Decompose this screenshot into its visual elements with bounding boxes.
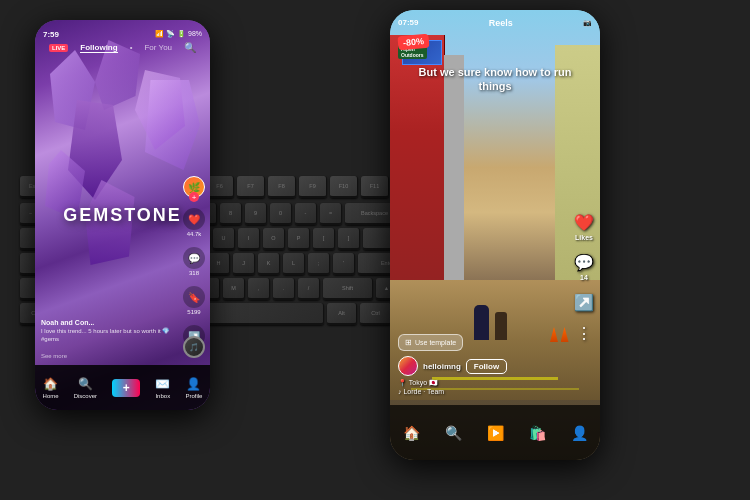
- tiktok-home-icon: 🏠: [43, 377, 58, 391]
- tiktok-comment-count: 318: [189, 270, 199, 276]
- reels-comment-group[interactable]: 💬 14: [574, 253, 594, 281]
- instagram-screen: AD AlpenOutdoors -80% 07:59 Reels 📷 But …: [390, 10, 600, 460]
- tiktok-comment-icon[interactable]: 💬: [183, 247, 205, 269]
- reels-user-avatar[interactable]: [398, 356, 418, 376]
- 9-key[interactable]: 9: [245, 203, 267, 225]
- tiktok-sidebar: 🌿 + ❤️ 44.7k 💬 318 🔖 5199 ↗️: [183, 176, 205, 354]
- tiktok-phone: 7:59 📶 📡 🔋 98% LIVE Following • For You …: [35, 20, 210, 410]
- tiktok-nav-discover[interactable]: 🔍 Discover: [74, 377, 97, 399]
- reels-share-icon: ↗️: [574, 293, 594, 312]
- instagram-nav-profile[interactable]: 👤: [571, 425, 588, 441]
- rbracket-key[interactable]: ]: [338, 228, 360, 250]
- reels-share-group[interactable]: ↗️: [574, 293, 594, 312]
- lbracket-key[interactable]: [: [313, 228, 335, 250]
- l-key[interactable]: L: [283, 253, 305, 275]
- 8-key[interactable]: 8: [220, 203, 242, 225]
- instagram-status: 📷: [583, 19, 592, 27]
- reels-more-group[interactable]: ⋮: [576, 324, 592, 343]
- u-key[interactable]: U: [213, 228, 235, 250]
- i-key[interactable]: I: [238, 228, 260, 250]
- tiktok-see-more[interactable]: See more: [41, 353, 67, 359]
- comma-key[interactable]: ,: [248, 278, 270, 300]
- tiktok-time: 7:59: [43, 30, 59, 39]
- instagram-home-icon: 🏠: [403, 425, 420, 441]
- ralt-key[interactable]: Alt: [327, 303, 357, 325]
- discount-badge: -80%: [397, 34, 429, 51]
- tiktok-save-icon[interactable]: 🔖: [183, 286, 205, 308]
- tiktok-like-count: 44.7k: [187, 231, 202, 237]
- instagram-topbar: 07:59 Reels 📷: [390, 10, 600, 35]
- tiktok-live-badge[interactable]: LIVE: [49, 44, 68, 52]
- tiktok-caption: I love this trend... 5 hours later but s…: [41, 328, 175, 344]
- p-key[interactable]: P: [288, 228, 310, 250]
- j-key[interactable]: J: [233, 253, 255, 275]
- instagram-phone: AD AlpenOutdoors -80% 07:59 Reels 📷 But …: [390, 10, 600, 460]
- instagram-nav-search[interactable]: 🔍: [445, 425, 462, 441]
- reels-comment-count: 14: [580, 274, 588, 281]
- reels-like-count: Likes: [575, 234, 593, 241]
- f6-key[interactable]: F6: [206, 176, 234, 198]
- tiktok-save-group[interactable]: 🔖 5199: [183, 286, 205, 315]
- tiktok-background: 7:59 📶 📡 🔋 98% LIVE Following • For You …: [35, 20, 210, 410]
- tiktok-screen: 7:59 📶 📡 🔋 98% LIVE Following • For You …: [35, 20, 210, 410]
- rctrl-key[interactable]: Ctrl: [360, 303, 392, 325]
- o-key[interactable]: O: [263, 228, 285, 250]
- slash-key[interactable]: /: [298, 278, 320, 300]
- m-key[interactable]: M: [223, 278, 245, 300]
- reels-like-group[interactable]: ❤️ Likes: [574, 213, 594, 241]
- reels-location: 📍 Tokyo 🇯🇵: [398, 379, 550, 387]
- 0-key[interactable]: 0: [270, 203, 292, 225]
- use-template-button[interactable]: ⊞ Use template: [398, 334, 463, 351]
- reels-background: AD AlpenOutdoors -80% 07:59 Reels 📷 But …: [390, 10, 600, 460]
- tiktok-description: Noah and Con... I love this trend... 5 h…: [41, 319, 175, 362]
- tiktok-nav-inbox[interactable]: ✉️ Inbox: [155, 377, 170, 399]
- reels-more-icon: ⋮: [576, 324, 592, 343]
- tiktok-status-icons: 📶 📡 🔋 98%: [155, 30, 202, 38]
- tiktok-dot: •: [130, 43, 133, 52]
- tiktok-like-icon[interactable]: ❤️: [183, 208, 205, 230]
- instagram-profile-icon: 👤: [571, 425, 588, 441]
- reels-caption-line2: things: [400, 79, 590, 93]
- tiktok-nav-add[interactable]: +: [112, 379, 140, 397]
- tiktok-nav-home[interactable]: 🏠 Home: [43, 377, 59, 399]
- tiktok-save-count: 5199: [187, 309, 200, 315]
- tiktok-tabs: LIVE Following • For You 🔍: [35, 42, 210, 53]
- tiktok-tab-following[interactable]: Following: [80, 43, 117, 53]
- quote-key[interactable]: ': [333, 253, 355, 275]
- instagram-nav-reels[interactable]: ▶️: [487, 425, 504, 441]
- rshift-key[interactable]: Shift: [323, 278, 373, 300]
- f10-key[interactable]: F10: [330, 176, 358, 198]
- f9-key[interactable]: F9: [299, 176, 327, 198]
- k-key[interactable]: K: [258, 253, 280, 275]
- instagram-shop-icon: 🛍️: [529, 425, 546, 441]
- reels-caption-box: But we sure know how to run things: [400, 65, 590, 94]
- instagram-nav-shop[interactable]: 🛍️: [529, 425, 546, 441]
- instagram-nav-home[interactable]: 🏠: [403, 425, 420, 441]
- equals-key[interactable]: =: [320, 203, 342, 225]
- follow-button[interactable]: Follow: [466, 359, 507, 374]
- tiktok-nav-profile[interactable]: 👤 Profile: [185, 377, 202, 399]
- tiktok-creator-avatar[interactable]: 🌿 +: [183, 176, 205, 198]
- tiktok-comment-group[interactable]: 💬 318: [183, 247, 205, 276]
- reels-username: helloimng: [423, 362, 461, 371]
- tiktok-video-title: GEMSTONE: [63, 205, 182, 226]
- semicolon-key[interactable]: ;: [308, 253, 330, 275]
- period-key[interactable]: .: [273, 278, 295, 300]
- tiktok-like-group[interactable]: ❤️ 44.7k: [183, 208, 205, 237]
- f7-key[interactable]: F7: [237, 176, 265, 198]
- tiktok-music-disc[interactable]: 🎵: [183, 336, 205, 358]
- reels-comment-icon: 💬: [574, 253, 594, 272]
- tiktok-tab-for-you[interactable]: For You: [144, 43, 172, 52]
- f8-key[interactable]: F8: [268, 176, 296, 198]
- instagram-reels-title: Reels: [489, 18, 513, 28]
- minus-key[interactable]: -: [295, 203, 317, 225]
- reels-music: ♪ Lorde · Team: [398, 388, 550, 395]
- tiktok-follow-plus-icon[interactable]: +: [189, 192, 199, 202]
- reels-sidebar: ❤️ Likes 💬 14 ↗️ ⋮: [574, 213, 594, 343]
- f11-key[interactable]: F11: [361, 176, 389, 198]
- h-key[interactable]: H: [208, 253, 230, 275]
- reels-bottom-info: ⊞ Use template helloimng Follow 📍 Tokyo …: [398, 331, 550, 395]
- template-icon: ⊞: [405, 338, 412, 347]
- reels-caption-line1: But we sure know how to run: [400, 65, 590, 79]
- tiktok-search-icon[interactable]: 🔍: [184, 42, 196, 53]
